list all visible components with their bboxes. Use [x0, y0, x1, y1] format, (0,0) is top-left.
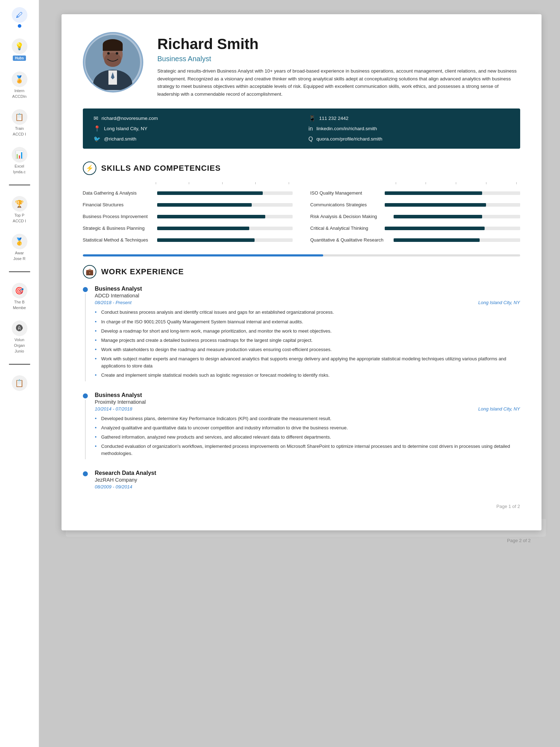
the-b-sub: Membe — [13, 306, 26, 310]
resume-page: Richard Smith Business Analyst Strategic… — [62, 14, 542, 530]
skill-bar-track-0 — [157, 191, 293, 195]
work-company-1: Proximity International — [95, 399, 520, 405]
template-icon[interactable]: 🖊 — [12, 7, 27, 23]
target-icon[interactable]: 🎯 — [12, 283, 27, 298]
work-job-title-1: Business Analyst — [95, 392, 520, 398]
linkedin-value: linkedin.com/in/richard.smith — [316, 126, 377, 131]
sidebar-item-trophy[interactable]: 🏆 Top P ACCD I — [12, 196, 27, 223]
lightbulb-icon[interactable]: 💡 — [12, 38, 27, 54]
sidebar-item-excel[interactable]: 📊 Excel lynda.c — [12, 147, 27, 174]
sidebar-item-award[interactable]: 🥇 Awar Jose R — [12, 234, 27, 261]
phone-value: 111 232 2442 — [319, 116, 349, 121]
list-icon[interactable]: 📋 — [12, 375, 27, 391]
phone-icon: 📱 — [309, 115, 316, 122]
skill-bar-fill-1 — [385, 191, 482, 195]
contact-bar: ✉ richard@novoresume.com 📱 111 232 2442 … — [83, 108, 520, 149]
skill-name-1: ISO Quality Management — [310, 190, 380, 196]
work-entry-2: Research Data Analyst JezRAH Company 08/… — [83, 470, 520, 493]
sidebar-item-volunteer[interactable]: 🅐 Volun Organ Junio — [12, 320, 27, 353]
skill-bar-fill-6 — [157, 227, 249, 230]
contact-linkedin: in linkedin.com/in/richard.smith — [309, 125, 510, 132]
skill-bar-track-9 — [394, 238, 520, 242]
skill-bar-track-8 — [157, 238, 293, 242]
top-sub: ACCD I — [13, 219, 26, 223]
skill-bar-track-4 — [157, 215, 293, 218]
skill-row-0: Data Gathering & Analysis — [83, 187, 293, 199]
skills-left-col: Data Gathering & Analysis Financial Stru… — [83, 187, 293, 246]
skill-row-7: Critical & Analytical Thinking — [310, 222, 520, 234]
work-bullets-1: Developed business plans, determine Key … — [95, 415, 520, 457]
skill-name-4: Business Process Improvement — [83, 214, 152, 219]
sidebar-item-list[interactable]: 📋 — [12, 375, 27, 391]
work-section: 💼 WORK EXPERIENCE Business Analyst ADCD … — [83, 265, 520, 493]
sidebar-item-target[interactable]: 🎯 The B Membe — [12, 283, 27, 310]
hubs-label: Hubs — [13, 55, 26, 61]
bullet-0-5: Work with subject matter experts and man… — [95, 355, 520, 370]
contact-address: 📍 Long Island City, NY — [94, 125, 294, 132]
skill-row-6: Strategic & Business Planning — [83, 222, 293, 234]
organ-sub: Junio — [15, 349, 24, 353]
divider-2 — [9, 271, 30, 272]
timeline-line-1 — [85, 400, 86, 460]
skill-bar-fill-5 — [394, 215, 482, 218]
skill-bar-fill-3 — [385, 203, 486, 207]
work-content-1: Business Analyst Proximity International… — [95, 392, 520, 460]
resume-stack: Page 2 of 2 — [62, 14, 542, 530]
work-heading: 💼 WORK EXPERIENCE — [83, 265, 520, 279]
skill-row-3: Communications Strategies — [310, 199, 520, 211]
work-entry-1: Business Analyst Proximity International… — [83, 392, 520, 460]
header-text: Richard Smith Business Analyst Strategic… — [158, 32, 520, 98]
work-job-title-0: Business Analyst — [95, 286, 520, 292]
resume-header: Richard Smith Business Analyst Strategic… — [83, 32, 520, 98]
work-meta-1: 10/2014 - 07/2018 Long Island City, NY — [95, 406, 520, 412]
cert-icon[interactable]: 🏅 — [12, 71, 27, 87]
skill-bar-track-5 — [394, 215, 520, 218]
avatar-wrapper — [83, 32, 143, 92]
skill-name-2: Financial Structures — [83, 202, 152, 207]
work-bullets-0: Conduct business process analysis and id… — [95, 309, 520, 379]
training-icon[interactable]: 📋 — [12, 109, 27, 125]
sidebar-item-training[interactable]: 📋 Train ACCD I — [12, 109, 27, 136]
tick-r4 — [486, 182, 486, 184]
the-b-label: The B — [14, 300, 25, 304]
award-icon[interactable]: 🥇 — [12, 234, 27, 249]
sidebar-item-intern[interactable]: 🏅 Intern ACCDIn — [12, 71, 27, 99]
excel-sub: lynda.c — [13, 170, 26, 174]
organ-label: Organ — [14, 343, 25, 348]
tick-r1 — [396, 182, 396, 184]
bullet-0-6: Create and implement simple statistical … — [95, 372, 520, 379]
skill-name-0: Data Gathering & Analysis — [83, 190, 152, 196]
skill-bar-track-6 — [157, 227, 293, 230]
timeline-dot-2 — [83, 471, 88, 476]
divider-1 — [9, 185, 30, 185]
skill-bar-fill-8 — [157, 238, 255, 242]
award-label: Awar — [15, 251, 24, 255]
skill-row-5: Risk Analysis & Decision Making — [310, 211, 520, 222]
work-timeline-0 — [83, 286, 88, 381]
contact-quora: Q quora.com/profile/richard.smith — [309, 136, 510, 142]
skills-left-ticks — [83, 182, 293, 184]
excel-icon[interactable]: 📊 — [12, 147, 27, 163]
bullet-1-1: Analyzed qualitative and quantitative da… — [95, 424, 520, 431]
skill-name-8: Statistical Method & Techniques — [83, 237, 152, 243]
trophy-icon[interactable]: 🏆 — [12, 196, 27, 212]
timeline-dot-0 — [83, 287, 88, 292]
candidate-name: Richard Smith — [158, 36, 520, 53]
volunteer-icon[interactable]: 🅐 — [12, 320, 27, 336]
bullet-1-2: Gathered information, analyzed new produ… — [95, 434, 520, 441]
skills-columns: Data Gathering & Analysis Financial Stru… — [83, 187, 520, 246]
sidebar-item-hubs[interactable]: 💡 Hubs — [12, 38, 27, 61]
work-company-0: ADCD International — [95, 293, 520, 298]
skill-bar-fill-0 — [157, 191, 263, 195]
skills-ticks-row — [83, 182, 520, 184]
work-timeline-1 — [83, 392, 88, 460]
skills-heading: ⚡ SKILLS AND COMPETENCIES — [83, 161, 520, 175]
bullet-0-0: Conduct business process analysis and id… — [95, 309, 520, 316]
bullet-0-2: Develop a roadmap for short and long-ter… — [95, 328, 520, 335]
sidebar-item-template[interactable]: 🖊 — [12, 7, 27, 28]
section-divider-fill — [83, 254, 324, 256]
svg-point-2 — [104, 53, 121, 67]
skill-bar-track-7 — [385, 227, 520, 230]
email-value: richard@novoresume.com — [102, 116, 158, 121]
skill-bar-fill-2 — [157, 203, 252, 207]
